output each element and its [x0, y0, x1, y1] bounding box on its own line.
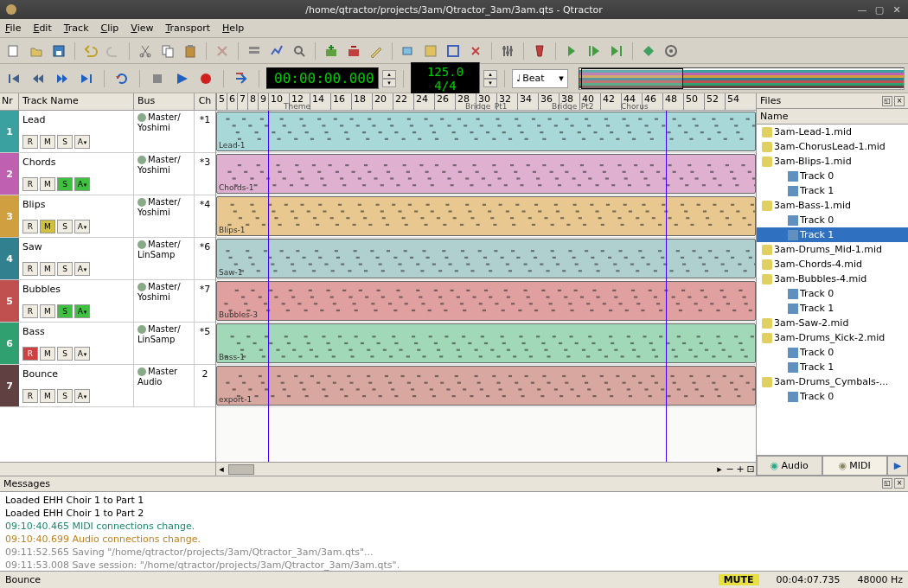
tempo-spinner[interactable]: ▴▾ — [483, 70, 497, 87]
rewind-button[interactable] — [28, 68, 48, 89]
track-props-button[interactable] — [366, 41, 387, 61]
loop-marker[interactable] — [268, 111, 269, 462]
menu-clip[interactable]: Clip — [101, 22, 119, 34]
file-track-item[interactable]: Track 1 — [757, 301, 908, 316]
menu-file[interactable]: File — [5, 22, 21, 34]
file-item[interactable]: 3am-Bass-1.mid — [757, 198, 908, 213]
snap-select[interactable]: ♩ Beat ▾ — [512, 69, 568, 88]
track-solo-button[interactable]: S — [57, 347, 73, 361]
clip-split-button[interactable] — [465, 41, 486, 61]
track-row[interactable]: 3 Blips R M S A Master/ Yoshimi *4 — [0, 195, 215, 238]
track-automation-button[interactable]: A — [74, 347, 90, 361]
file-item[interactable]: 3am-Drums_Cymbals-... — [757, 374, 908, 389]
clip[interactable]: Bubbles-3 — [216, 281, 756, 321]
track-record-button[interactable]: R — [22, 262, 38, 276]
tab-midi[interactable]: ◉MIDI — [822, 456, 888, 476]
track-automation-button[interactable]: A — [74, 262, 90, 276]
track-record-button[interactable]: R — [22, 304, 38, 318]
overview[interactable] — [579, 67, 905, 90]
track-mute-button[interactable]: M — [40, 220, 55, 233]
tracks-view-button[interactable] — [244, 41, 265, 61]
track-row[interactable]: 7 Bounce R M S A Master Audio 2 — [0, 365, 215, 407]
track-solo-button[interactable]: S — [57, 177, 73, 191]
track-row[interactable]: 5 Bubbles R M S A Master/ Yoshimi *7 — [0, 280, 215, 323]
loop-start-button[interactable] — [584, 41, 604, 61]
track-mute-button[interactable]: M — [40, 304, 55, 318]
goto-start-button[interactable] — [3, 68, 24, 89]
stop-button[interactable] — [147, 68, 168, 89]
loop-button[interactable] — [112, 68, 132, 89]
menu-track[interactable]: Track — [64, 22, 89, 34]
open-button[interactable] — [26, 41, 47, 61]
file-item[interactable]: 3am-Lead-1.mid — [757, 125, 908, 139]
metronome-button[interactable] — [529, 41, 550, 61]
track-mute-button[interactable]: M — [40, 262, 55, 276]
clip-new-button[interactable] — [398, 41, 419, 61]
track-solo-button[interactable]: S — [57, 135, 73, 149]
automation-button[interactable] — [266, 41, 287, 61]
col-ch[interactable]: Ch — [195, 93, 215, 110]
track-mute-button[interactable]: M — [40, 177, 55, 191]
record-button[interactable] — [195, 68, 216, 89]
track-hscroll[interactable] — [0, 462, 215, 476]
files-col-name[interactable]: Name — [757, 109, 908, 125]
track-record-button[interactable]: R — [22, 135, 38, 149]
track-row[interactable]: 2 Chords R M S A Master/ Yoshimi *3 — [0, 153, 215, 195]
ruler-marker[interactable]: Bridge_Pt2 — [552, 102, 594, 111]
track-solo-button[interactable]: S — [57, 304, 73, 318]
menu-view[interactable]: View — [131, 22, 153, 34]
timeline-ruler[interactable]: 5678910121416182022242628303234363840424… — [216, 93, 756, 111]
tempo-display[interactable]: 125.0 4/4 — [411, 62, 480, 95]
file-item[interactable]: 3am-Blips-1.mid — [757, 154, 908, 169]
track-automation-button[interactable]: A — [74, 220, 90, 233]
ruler-marker[interactable]: Chorus — [621, 102, 649, 111]
menu-transport[interactable]: Transport — [165, 22, 210, 34]
cut-button[interactable] — [135, 41, 156, 61]
undo-button[interactable] — [80, 41, 101, 61]
file-track-item[interactable]: Track 1 — [757, 183, 908, 198]
track-row[interactable]: 6 Bass R M S A Master/ LinSamp *5 — [0, 323, 215, 365]
track-mute-button[interactable]: M — [40, 135, 55, 149]
window-minimize-button[interactable]: — — [856, 3, 868, 16]
track-record-button[interactable]: R — [22, 347, 38, 361]
clip[interactable]: export-1 — [216, 366, 756, 406]
messages-list[interactable]: Loaded EHH Choir 1 to Part 1Loaded EHH C… — [0, 492, 908, 571]
loop-marker[interactable] — [666, 111, 667, 462]
copy-button[interactable] — [157, 41, 178, 61]
file-track-item[interactable]: Track 0 — [757, 286, 908, 301]
track-row[interactable]: 1 Lead R M S A Master/ Yoshimi *1 — [0, 111, 215, 153]
file-track-item[interactable]: Track 1 — [757, 360, 908, 374]
clip[interactable]: Chords-1 — [216, 154, 756, 194]
file-track-item[interactable]: Track 0 — [757, 389, 908, 404]
col-trackname[interactable]: Track Name — [19, 93, 134, 110]
files-play-button[interactable]: ▶ — [887, 456, 908, 476]
window-maximize-button[interactable]: ▢ — [873, 3, 886, 16]
panic-button[interactable] — [661, 41, 681, 61]
file-track-item[interactable]: Track 0 — [757, 213, 908, 227]
track-solo-button[interactable]: S — [57, 389, 73, 403]
clip[interactable]: Lead-1 — [216, 112, 756, 151]
track-solo-button[interactable]: S — [57, 262, 73, 276]
tab-audio[interactable]: ◉Audio — [757, 456, 822, 476]
files-undock-button[interactable]: ◱ — [882, 96, 892, 106]
clip-unlink-button[interactable] — [443, 41, 464, 61]
loop-set-button[interactable] — [561, 41, 582, 61]
file-item[interactable]: 3am-Saw-2.mid — [757, 316, 908, 330]
loop-end-button[interactable] — [606, 41, 627, 61]
new-button[interactable] — [3, 41, 24, 61]
file-item[interactable]: 3am-Chords-4.mid — [757, 257, 908, 272]
file-track-item[interactable]: Track 1 — [757, 227, 908, 242]
ruler-marker[interactable]: Bridge_Pt1 — [465, 102, 508, 111]
save-button[interactable] — [48, 41, 69, 61]
files-close-button[interactable]: × — [894, 96, 905, 106]
file-item[interactable]: 3am-ChorusLead-1.mid — [757, 139, 908, 154]
track-row[interactable]: 4 Saw R M S A Master/ LinSamp *6 — [0, 238, 215, 280]
file-item[interactable]: 3am-Bubbles-4.mid — [757, 272, 908, 286]
file-item[interactable]: 3am-Drums_Kick-2.mid — [757, 330, 908, 345]
clip[interactable]: Blips-1 — [216, 196, 756, 236]
track-automation-button[interactable]: A — [74, 389, 90, 403]
col-bus[interactable]: Bus — [134, 93, 195, 110]
clip-edit-button[interactable] — [420, 41, 441, 61]
play-button[interactable] — [171, 68, 192, 89]
remove-track-button[interactable] — [343, 41, 364, 61]
